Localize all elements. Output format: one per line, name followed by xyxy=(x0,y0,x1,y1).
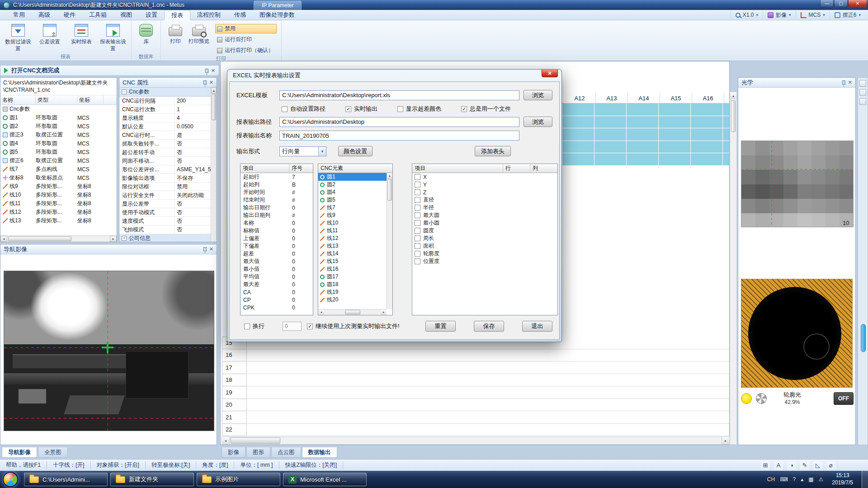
navigation-camera-image[interactable] xyxy=(4,271,214,431)
view-dropdown[interactable]: MCS xyxy=(796,11,830,19)
cnc-panel-vscrollbar[interactable]: ▴ xyxy=(211,88,217,242)
property-row[interactable]: 抓取失败转手... 否 xyxy=(119,140,212,148)
column-type[interactable]: 类型 xyxy=(36,95,77,104)
field-row[interactable]: 超差 0 xyxy=(241,250,313,258)
ruler-icon[interactable]: ◺ xyxy=(813,461,822,470)
checkbox-icon[interactable] xyxy=(415,182,420,188)
ribbon-button[interactable]: 数据过滤设置 xyxy=(3,21,33,52)
ribbon-tab[interactable]: 常用 xyxy=(6,10,32,20)
cnc-element-item[interactable]: 圆4 xyxy=(318,188,387,196)
checkbox-icon[interactable] xyxy=(415,220,420,226)
property-row[interactable]: 飞拍模式 否 xyxy=(119,225,212,234)
ribbon-button[interactable]: 打印 xyxy=(164,21,187,45)
column-row[interactable]: 行 xyxy=(503,164,530,173)
statusbar-item[interactable]: 单位：[ mm ] xyxy=(234,461,279,469)
checkbox-icon[interactable] xyxy=(415,205,420,211)
ribbon-button[interactable]: 打印预览 xyxy=(187,21,211,45)
ribbon-tab[interactable]: 流程控制 xyxy=(190,10,227,20)
elements-hscrollbar[interactable]: ◂ ▸ xyxy=(318,309,387,315)
scroll-right-icon[interactable]: ▸ xyxy=(110,236,117,242)
property-row[interactable]: 超公差转手动 否 xyxy=(119,148,212,157)
report-colored-cells[interactable] xyxy=(562,103,730,166)
sheet-column-header[interactable]: A xyxy=(724,93,730,103)
scroll-up-icon[interactable]: ▴ xyxy=(387,173,392,178)
output-item[interactable]: 位置度 xyxy=(412,258,557,265)
taskbar-app-button[interactable]: Microsoft Excel ... xyxy=(283,473,367,486)
section-cnc-params[interactable]: − Cnc参数 xyxy=(119,88,217,97)
property-row[interactable]: 速度模式 否 xyxy=(119,217,212,225)
property-row[interactable]: CNC运行次数 1 xyxy=(119,105,212,114)
scroll-thumb[interactable] xyxy=(731,100,736,132)
element-row[interactable]: 线11 多段矩形... 坐标8 xyxy=(0,199,117,208)
sheet-vscrollbar[interactable]: ▴ xyxy=(730,92,737,445)
expand-icon[interactable]: + xyxy=(122,236,127,241)
output-item[interactable]: 圆度 xyxy=(412,227,557,235)
property-row[interactable]: 显示精度 4 xyxy=(119,114,212,122)
statusbar-item[interactable]: 对象捕获：[开启] xyxy=(91,461,146,469)
property-row[interactable]: 影像输出选项 不保存 xyxy=(119,174,212,183)
scroll-right-icon[interactable]: ▸ xyxy=(381,310,387,315)
property-row[interactable]: 显示公差带 否 xyxy=(119,200,212,208)
contrast-icon[interactable]: ◑ xyxy=(787,461,796,470)
ribbon-button[interactable]: 报表输出设置 xyxy=(98,21,128,52)
exit-button[interactable]: 退出 xyxy=(522,321,552,332)
elements-vscrollbar[interactable]: ▴ xyxy=(387,173,392,309)
cnc-element-item[interactable]: 线13 xyxy=(318,242,387,250)
print-option[interactable]: 运行后打印（确认） xyxy=(215,46,277,55)
field-row[interactable]: CA 0 xyxy=(241,288,313,296)
view-dropdown[interactable]: X1.0 xyxy=(731,11,763,19)
column-col[interactable]: 列 xyxy=(530,164,557,173)
language-indicator[interactable]: CH xyxy=(767,476,775,483)
output-item[interactable]: 半径 xyxy=(412,204,557,211)
cnc-element-item[interactable]: 线19 xyxy=(318,288,387,296)
output-item[interactable]: Y xyxy=(412,181,557,188)
keyboard-icon[interactable]: ⌨ xyxy=(780,476,788,483)
section-company-info[interactable]: + 公司信息 xyxy=(119,234,212,242)
property-row[interactable]: 运行安全文件 关闭此功能 xyxy=(119,191,212,200)
continue-last-file-checkbox[interactable]: 继续使用上次测量实时输出文件! xyxy=(307,322,400,330)
light-off-button[interactable]: OFF xyxy=(834,392,854,405)
wrap-count-input[interactable] xyxy=(283,322,302,331)
collapse-icon[interactable]: − xyxy=(122,89,127,94)
checkbox-icon[interactable] xyxy=(345,106,351,112)
field-row[interactable]: 起始行 7 xyxy=(241,173,313,181)
view-dropdown[interactable]: 摆正6 xyxy=(830,11,865,19)
grid-toggle-icon[interactable]: ⊞ xyxy=(761,461,770,470)
checkbox-icon[interactable] xyxy=(397,106,403,112)
sheet-column-header[interactable]: A16 xyxy=(692,93,724,103)
optics-zoom-image[interactable]: 10 xyxy=(741,141,854,227)
field-row[interactable]: 最大值 0 xyxy=(241,258,313,265)
column-cnc-elements[interactable]: CNC元素 xyxy=(318,164,392,173)
field-row[interactable]: 起始列 B xyxy=(241,181,313,188)
view-dropdown[interactable]: 影像 xyxy=(763,11,796,19)
ribbon-tab[interactable]: 工具箱 xyxy=(82,10,113,20)
sheet-hscrollbar[interactable]: ◂ ▸ xyxy=(222,436,730,445)
checkbox-icon[interactable] xyxy=(461,106,467,112)
sheet-column-header[interactable]: A14 xyxy=(628,93,660,103)
wrap-checkbox[interactable]: 换行 xyxy=(244,322,264,330)
column-name[interactable]: 名称 xyxy=(0,95,36,104)
element-row[interactable]: Cnc参数 xyxy=(0,105,117,113)
output-item[interactable]: 轮廓度 xyxy=(412,250,557,258)
close-button[interactable]: ✕ xyxy=(848,0,867,7)
element-row[interactable]: 圆1 环形取圆 MCS xyxy=(0,113,117,122)
pin-icon[interactable] xyxy=(205,69,208,73)
sheet-column-header[interactable]: A12 xyxy=(564,93,596,103)
light-wheel-icon[interactable] xyxy=(756,393,767,404)
scroll-left-icon[interactable]: ◂ xyxy=(222,437,230,444)
element-row[interactable]: 线13 多段矩形... 坐标8 xyxy=(0,216,117,225)
output-item[interactable]: Z xyxy=(412,188,557,196)
view-dock-tab[interactable]: 数据输出 xyxy=(302,447,337,458)
field-row[interactable]: 标称值 0 xyxy=(241,227,313,235)
browse-output-path-button[interactable]: 浏览 xyxy=(524,117,552,127)
element-row[interactable]: 线10 多段矩形... 坐标8 xyxy=(0,191,117,199)
output-item[interactable]: 最小圆 xyxy=(412,219,557,227)
scroll-right-icon[interactable]: ▸ xyxy=(722,437,729,444)
element-row[interactable]: 圆2 环形取圆 MCS xyxy=(0,122,117,131)
sheet-row-header[interactable]: 22 xyxy=(222,424,247,436)
field-row[interactable]: 最大差 0 xyxy=(241,281,313,288)
property-row[interactable]: 同面不移动... 否 xyxy=(119,157,212,165)
ribbon-tab[interactable]: 图像处理参数 xyxy=(253,10,302,20)
sheet-row-header[interactable]: 17 xyxy=(222,361,247,374)
cnc-element-item[interactable]: 线11 xyxy=(318,227,387,235)
